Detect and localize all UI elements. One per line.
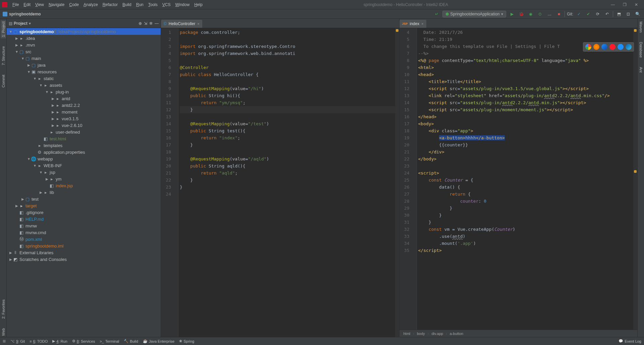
tree-item[interactable]: ▶▢test bbox=[7, 196, 161, 202]
tree-item[interactable]: ▼▣resources bbox=[7, 68, 161, 75]
editor-tab-hellocontroller[interactable]: © HelloController × bbox=[161, 20, 202, 28]
tree-item[interactable]: ▶▸.mvn bbox=[7, 42, 161, 48]
tree-item[interactable]: ◧mvnw bbox=[7, 222, 161, 229]
project-panel-title[interactable]: Project bbox=[14, 21, 28, 26]
tree-item[interactable]: ▸user-defined bbox=[7, 129, 161, 135]
safari-icon[interactable] bbox=[601, 44, 607, 50]
attach-button[interactable]: … bbox=[546, 10, 553, 18]
tree-item[interactable]: ▶▸lib bbox=[7, 189, 161, 196]
tree-item[interactable]: ▼▢main bbox=[7, 55, 161, 62]
menu-help[interactable]: Help bbox=[192, 1, 205, 8]
coverage-button[interactable]: ◉ bbox=[527, 10, 534, 18]
hide-button[interactable]: — bbox=[155, 21, 159, 26]
tree-item[interactable]: ▶▸.idea bbox=[7, 35, 161, 42]
bottom-todo[interactable]: ≡6: TODO bbox=[30, 339, 48, 343]
menu-analyze[interactable]: Analyze bbox=[81, 1, 100, 8]
tree-item[interactable]: ▶▢java bbox=[7, 62, 161, 68]
side-tab-web[interactable]: Web bbox=[1, 327, 6, 337]
hammer-back-icon[interactable]: ↵ bbox=[433, 10, 440, 18]
tree-item[interactable]: ▼▸assets bbox=[7, 82, 161, 88]
search-icon[interactable]: 🔍 bbox=[634, 10, 641, 18]
bottom-terminal[interactable]: >_Terminal bbox=[100, 339, 119, 343]
git-update-button[interactable]: ✓ bbox=[575, 10, 583, 18]
tree-item[interactable]: ⚙application.properties bbox=[7, 149, 161, 155]
stop-button[interactable]: ■ bbox=[555, 10, 562, 18]
menu-navigate[interactable]: Navigate bbox=[46, 1, 67, 8]
git-commit-button[interactable]: ✔ bbox=[585, 10, 592, 18]
minimize-button[interactable]: — bbox=[607, 2, 619, 7]
tree-item[interactable]: ▼▸jsp bbox=[7, 169, 161, 176]
bottom-git[interactable]: ⌥9: Git bbox=[10, 339, 25, 343]
tree-item[interactable]: ◧HELP.md bbox=[7, 216, 161, 222]
menu-vcs[interactable]: VCS bbox=[160, 1, 173, 8]
settings-button[interactable]: ✲ bbox=[149, 21, 153, 26]
tree-item[interactable]: Ⓜpom.xml bbox=[7, 236, 161, 243]
bottom-javaenterprise[interactable]: ☕Java Enterprise bbox=[143, 339, 174, 343]
tree-item[interactable]: ◧mvnw.cmd bbox=[7, 229, 161, 236]
menu-run[interactable]: Run bbox=[134, 1, 146, 8]
expand-button[interactable]: ⇲ bbox=[144, 21, 147, 26]
tree-item[interactable]: ▶◩Scratches and Consoles bbox=[7, 256, 161, 263]
run-config-selector[interactable]: ⬢ SpringbootdemoApplication ▾ bbox=[442, 11, 506, 17]
tree-item[interactable]: ▼▸WEB-INF bbox=[7, 162, 161, 169]
close-tab-icon[interactable]: × bbox=[421, 22, 423, 26]
tree-root[interactable]: ▼▢springbootdemo E:\IdeaProjects\springb… bbox=[7, 28, 161, 35]
maximize-button[interactable]: ❐ bbox=[619, 2, 631, 7]
tree-item[interactable]: ▶▸antd bbox=[7, 95, 161, 102]
git-history-button[interactable]: ⟳ bbox=[594, 10, 601, 18]
tree-item[interactable]: ◧springbootdemo.iml bbox=[7, 243, 161, 249]
menu-edit[interactable]: Edit bbox=[21, 1, 33, 8]
bottom-build[interactable]: 🔨Build bbox=[124, 339, 138, 343]
tree-item[interactable]: ◧index.jsp bbox=[7, 182, 161, 189]
tree-item[interactable]: ▶⫴External Libraries bbox=[7, 249, 161, 256]
tree-item[interactable]: ▼▸plug-in bbox=[7, 88, 161, 95]
chrome-icon[interactable] bbox=[585, 44, 591, 50]
ie-icon[interactable] bbox=[618, 44, 624, 50]
tree-item[interactable]: ▶▸ym bbox=[7, 176, 161, 182]
editor-tab-index[interactable]: JSP index × bbox=[399, 20, 426, 28]
breadcrumb-project[interactable]: springbootdemo bbox=[9, 12, 41, 16]
menu-window[interactable]: Window bbox=[173, 1, 192, 8]
tree-item[interactable]: ▶▸vue-2.6.10 bbox=[7, 122, 161, 129]
side-tab-ant[interactable]: Ant bbox=[638, 66, 644, 74]
search-everywhere-button[interactable]: ⊡ bbox=[625, 10, 632, 18]
side-tab-favorites[interactable]: 2: Favorites bbox=[1, 298, 6, 320]
edge-icon[interactable] bbox=[626, 44, 632, 50]
menu-code[interactable]: Code bbox=[67, 1, 81, 8]
tree-item[interactable]: ▼▢src bbox=[7, 48, 161, 55]
locate-button[interactable]: ⊕ bbox=[139, 21, 142, 26]
bottom-spring[interactable]: ❀Spring bbox=[179, 339, 194, 343]
menu-build[interactable]: Build bbox=[120, 1, 134, 8]
tree-item[interactable]: ▶▸target bbox=[7, 202, 161, 209]
close-button[interactable]: ✕ bbox=[631, 2, 642, 7]
event-log-button[interactable]: 💬Event Log bbox=[619, 339, 641, 343]
menu-tools[interactable]: Tools bbox=[146, 1, 160, 8]
run-button[interactable]: ▶ bbox=[508, 10, 516, 18]
tree-item[interactable]: ▼🌐webapp bbox=[7, 155, 161, 162]
bottom-services[interactable]: ⚙8: Services bbox=[72, 339, 95, 343]
profile-button[interactable]: ⊙ bbox=[536, 10, 544, 18]
code-area-right[interactable]: 4567891011121314151617181920212223242526… bbox=[399, 28, 638, 330]
tree-item[interactable]: ▶▸moment bbox=[7, 109, 161, 115]
side-tab-project[interactable]: 1: Project bbox=[1, 20, 6, 38]
tree-item[interactable]: ▶▸vue3.1.5 bbox=[7, 115, 161, 122]
side-tab-structure[interactable]: 7: Structure bbox=[1, 45, 6, 67]
opera-icon[interactable] bbox=[609, 44, 615, 50]
firefox-icon[interactable] bbox=[593, 44, 599, 50]
git-rollback-button[interactable]: ↶ bbox=[603, 10, 611, 18]
side-tab-commit[interactable]: Commit bbox=[1, 73, 6, 89]
bottom-run[interactable]: ▶4: Run bbox=[52, 339, 67, 343]
code-area-left[interactable]: 123456789101112131415161718192021222324 … bbox=[161, 28, 399, 337]
menu-refactor[interactable]: Refactor bbox=[100, 1, 120, 8]
menu-view[interactable]: View bbox=[33, 1, 46, 8]
close-tab-icon[interactable]: × bbox=[197, 22, 199, 26]
tree-item[interactable]: ◧.gitignore bbox=[7, 209, 161, 216]
side-tab-database[interactable]: Database bbox=[638, 41, 644, 59]
tree-item[interactable]: ▼▸static bbox=[7, 75, 161, 82]
menu-file[interactable]: File bbox=[10, 1, 21, 8]
debug-button[interactable]: 🐞 bbox=[518, 10, 525, 18]
side-tab-maven[interactable]: Maven bbox=[638, 20, 644, 34]
ide-update-button[interactable]: ⬒ bbox=[615, 10, 623, 18]
tree-item[interactable]: ◧test.html bbox=[7, 135, 161, 142]
tree-item[interactable]: ▶▸antd2.2.2 bbox=[7, 102, 161, 109]
